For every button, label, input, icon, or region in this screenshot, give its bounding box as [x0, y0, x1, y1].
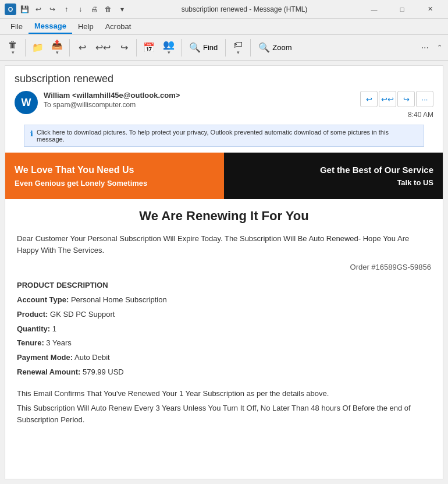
banner-left: We Love That You Need Us Even Genious ge… [5, 153, 224, 199]
toolbar: 🗑 ▾ 📁 📤 ▾ ↩ ↩↩ ↪ 📅 👥 ▾ 🔍 Find [0, 35, 448, 61]
menu-file[interactable]: File [5, 20, 29, 33]
reply-all-button[interactable]: ↩↩ [92, 37, 114, 59]
maximize-button[interactable]: □ [389, 0, 415, 19]
email-content-area: subscription renewed W William <willamhi… [5, 65, 443, 479]
separator-2 [69, 39, 70, 56]
download-notice-text: Click here to download pictures. To help… [37, 129, 418, 143]
field-value-renewal-amount: 579.99 USD [83, 368, 124, 376]
field-value-product: GK SD PC Support [50, 310, 115, 319]
product-field-account-type: Account Type: Personal Home Subscription [17, 294, 431, 306]
zoom-label: Zoom [272, 43, 291, 52]
move-folder-button[interactable]: 📁 [29, 37, 47, 59]
move-icon: 📤 [51, 40, 63, 50]
window-controls[interactable]: — □ ✕ [361, 0, 443, 19]
reply-icon: ↩ [79, 43, 86, 52]
more-options-button[interactable]: ··· [417, 40, 433, 55]
teams-icon: 👥 [163, 40, 175, 50]
teams-button[interactable]: 👥 ▾ [159, 37, 178, 59]
menu-acrobat[interactable]: Acrobat [99, 20, 137, 33]
field-label-account-type: Account Type: [17, 295, 69, 304]
recipient-address: To spam@williscomputer.com [44, 101, 180, 109]
undo-icon[interactable]: ↩ [33, 3, 44, 15]
separator-3 [136, 39, 137, 56]
toolbar-reply-group: ↩ ↩↩ ↪ [73, 37, 133, 59]
footer-line-2: This Subscription Will Auto Renew Every … [17, 402, 431, 427]
down-icon[interactable]: ↓ [74, 3, 86, 15]
save-icon[interactable]: 💾 [19, 3, 30, 15]
footer-line-1: This Email Confirms That You've Renewed … [17, 388, 431, 400]
find-label: Find [203, 43, 218, 52]
menu-message[interactable]: Message [29, 19, 72, 34]
menu-help[interactable]: Help [72, 20, 99, 33]
redo-icon[interactable]: ↪ [47, 3, 58, 15]
delete-button[interactable]: 🗑 ▾ [3, 37, 22, 59]
email-time: 8:40 AM [408, 111, 433, 119]
field-label-quantity: Quantity: [17, 324, 50, 333]
email-main-content: We Are Renewing It For You Dear Customer… [5, 199, 443, 436]
separator-6 [250, 39, 251, 56]
field-value-account-type: Personal Home Subscription [71, 295, 167, 304]
folder-icon: 📁 [32, 43, 44, 52]
zoom-button[interactable]: 🔍 Zoom [254, 41, 296, 55]
avatar: W [15, 91, 38, 114]
up-icon[interactable]: ↑ [61, 3, 72, 15]
separator-5 [225, 39, 226, 56]
toolbar-move-group: 📁 📤 ▾ [29, 37, 66, 59]
banner-right-title: Get the Best of Our Service [320, 165, 433, 175]
zoom-icon: 🔍 [258, 43, 270, 52]
minimize-button[interactable]: — [361, 0, 387, 19]
tags-icon: 🏷 [233, 40, 243, 50]
forward-inline-button[interactable]: ↪ [397, 91, 415, 107]
field-value-tenure: 3 Years [46, 338, 71, 347]
email-header: subscription renewed W William <willamhi… [5, 66, 443, 147]
product-section-title: PRODUCT DESCRIPTION [17, 281, 431, 289]
email-heading: We Are Renewing It For You [17, 209, 431, 224]
field-label-product: Product: [17, 310, 48, 319]
reply-all-inline-button[interactable]: ↩↩ [379, 91, 396, 107]
field-value-payment-mode: Auto Debit [74, 353, 110, 362]
collapse-ribbon-button[interactable]: ⌃ [435, 41, 445, 54]
toolbar-delete-group: 🗑 ▾ [3, 37, 22, 59]
banner-left-subtitle: Even Genious get Lonely Sometimes [15, 179, 215, 188]
email-subject: subscription renewed [15, 73, 433, 85]
banner-right-subtitle: Talk to US [397, 178, 433, 187]
product-field-product: Product: GK SD PC Support [17, 309, 431, 321]
product-field-tenure: Tenure: 3 Years [17, 337, 431, 349]
move-dropdown-button[interactable]: 📤 ▾ [48, 37, 66, 59]
find-button[interactable]: 🔍 Find [184, 41, 222, 55]
app-icon: O [5, 3, 16, 15]
find-icon: 🔍 [189, 43, 201, 52]
download-notice[interactable]: ℹ Click here to download pictures. To he… [24, 125, 424, 147]
banner-right: Get the Best of Our Service Talk to US [224, 153, 443, 199]
tags-button[interactable]: 🏷 ▾ [229, 37, 247, 59]
field-value-quantity: 1 [52, 324, 56, 333]
email-intro: Dear Customer Your Personal Subscription… [17, 233, 431, 256]
reply-all-icon: ↩↩ [95, 43, 111, 52]
print-icon[interactable]: 🖨 [88, 3, 100, 15]
footer-text: This Email Confirms That You've Renewed … [17, 388, 431, 426]
product-field-payment-mode: Payment Mode: Auto Debit [17, 352, 431, 364]
field-label-tenure: Tenure: [17, 338, 44, 347]
sender-row: W William <willamhill45e@outlook.com> To… [15, 91, 433, 119]
info-icon: ℹ [30, 129, 33, 138]
meeting-button[interactable]: 📅 [140, 37, 158, 59]
email-body: We Love That You Need Us Even Genious ge… [5, 153, 443, 436]
more-actions-button[interactable]: ··· [416, 91, 433, 107]
close-button[interactable]: ✕ [417, 0, 443, 19]
forward-icon: ↪ [120, 43, 128, 52]
delete-icon[interactable]: 🗑 [102, 3, 114, 15]
dropdown-icon[interactable]: ▾ [116, 3, 128, 15]
field-label-payment-mode: Payment Mode: [17, 353, 73, 362]
sender-details: William <willamhill45e@outlook.com> To s… [44, 91, 180, 109]
banner-left-title: We Love That You Need Us [15, 165, 215, 175]
reply-inline-button[interactable]: ↩ [360, 91, 378, 107]
product-field-quantity: Quantity: 1 [17, 323, 431, 335]
window-title: subscription renewed - Message (HTML) [128, 5, 361, 13]
calendar-icon: 📅 [143, 43, 155, 52]
menubar: File Message Help Acrobat [0, 19, 448, 35]
reply-button[interactable]: ↩ [73, 37, 91, 59]
email-banner: We Love That You Need Us Even Genious ge… [5, 153, 443, 199]
email-action-buttons: ↩ ↩↩ ↪ ··· [360, 91, 433, 107]
forward-button[interactable]: ↪ [115, 37, 133, 59]
titlebar-quick-access: 💾 ↩ ↪ ↑ ↓ 🖨 🗑 ▾ [19, 3, 128, 15]
